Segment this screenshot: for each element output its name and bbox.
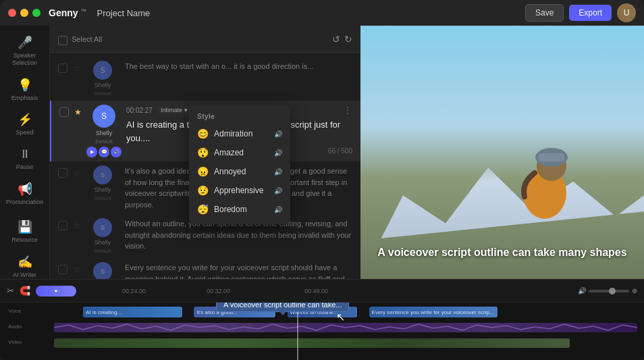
- video-placeholder: A voiceover script outline can take many…: [360, 26, 644, 279]
- timeline-toolbar: ✂ 🧲 ● 00:24.00 00:32.00 00:48.00 🔊 ⊕: [0, 280, 644, 303]
- speaker-name: Shelly: [95, 82, 111, 88]
- audio-waveform: [54, 323, 637, 332]
- sidebar-item-aiwriter[interactable]: ✍️ AI Writer: [5, 251, 45, 279]
- sidebar-item-resource[interactable]: 💾 Resource: [5, 215, 45, 248]
- dropdown-item-amazed[interactable]: 😲 Amazed 🔊: [189, 143, 290, 162]
- timeline-active-clip: ●: [36, 286, 76, 297]
- clip-text-1: AI is creating...: [83, 309, 124, 315]
- voice-track-label: Voice: [8, 308, 22, 314]
- audio-track-label: Audio: [8, 324, 22, 330]
- clip-text-4: Every sentence you write for your voiceo…: [369, 309, 497, 315]
- main-area: 🎤 Speaker Selection 💡 Emphasis ⚡ Speed ⏸…: [0, 26, 644, 279]
- titlebar: Genny ™ Project Name Save Export U: [0, 0, 644, 26]
- amazed-label: Amazed: [214, 148, 269, 157]
- sidebar-item-speed[interactable]: ⚡ Speed: [5, 108, 45, 140]
- minimize-button[interactable]: [20, 9, 28, 17]
- speaker-icon-3: 🔊: [111, 147, 122, 157]
- speaker-icon-2: 💬: [99, 147, 109, 157]
- dropdown-item-annoyed[interactable]: 😠 Annoyed 🔊: [189, 162, 290, 181]
- script-row[interactable]: ☆ S Shelly Default The best way to start…: [50, 57, 360, 101]
- undo-redo: ↺ ↻: [332, 34, 352, 45]
- speaker-style-3: Default: [94, 195, 111, 201]
- sidebar-item-speaker[interactable]: 🎤 Speaker Selection: [5, 31, 45, 71]
- ruler-mark-2: 00:32.00: [207, 288, 230, 294]
- speaker-avatar-5: S: [93, 262, 112, 279]
- sidebar-item-pause[interactable]: ⏸ Pause: [5, 143, 45, 175]
- app-badge: ™: [81, 8, 86, 14]
- sidebar-label-emphasis: Emphasis: [11, 95, 38, 102]
- annoyed-emoji: 😠: [197, 166, 209, 177]
- row-text: The best way to start with an o... it is…: [125, 61, 352, 72]
- style-badge-label: Intimate: [161, 107, 182, 113]
- caption-text: A voiceover script outline can take many…: [377, 247, 626, 258]
- audio-track: Audio: [54, 321, 637, 334]
- script-row-5[interactable]: ☆ S Shelly Default Every sentence you wr…: [50, 258, 360, 279]
- magnet-icon[interactable]: 🧲: [20, 286, 30, 296]
- traffic-lights: [8, 9, 41, 17]
- row-speaker: S Shelly Default: [86, 61, 119, 97]
- speaker-avatar-active: S: [92, 105, 115, 128]
- sidebar-label-resource: Resource: [11, 236, 38, 244]
- zoom-out-button[interactable]: 🔊: [578, 287, 586, 294]
- speaker-avatar-3: S: [93, 165, 112, 184]
- fullscreen-button[interactable]: [32, 9, 41, 17]
- export-button[interactable]: Export: [569, 5, 612, 21]
- dropdown-item-apprehensive[interactable]: 😟 Apprehensive 🔊: [189, 181, 290, 200]
- sidebar-label-speed: Speed: [16, 129, 33, 136]
- zoom-in-button[interactable]: ⊕: [632, 287, 637, 294]
- dropdown-item-boredom[interactable]: 😴 Boredom 🔊: [189, 200, 290, 219]
- admiration-volume[interactable]: 🔊: [274, 130, 282, 138]
- sidebar-item-emphasis[interactable]: 💡 Emphasis: [5, 74, 45, 106]
- select-all-container[interactable]: Select All: [58, 33, 102, 45]
- row-text-5: Every sentence you write for your voiceo…: [125, 262, 352, 279]
- app-window: Genny ™ Project Name Save Export U 🎤 Spe…: [0, 0, 644, 360]
- redo-button[interactable]: ↻: [344, 34, 352, 45]
- row-checkbox-active[interactable]: [59, 107, 69, 117]
- sidebar: 🎤 Speaker Selection 💡 Emphasis ⚡ Speed ⏸…: [0, 26, 50, 279]
- ruler-mark-1: 00:24.00: [122, 288, 146, 294]
- annoyed-volume[interactable]: 🔊: [274, 168, 282, 176]
- row-checkbox-5[interactable]: [58, 265, 68, 274]
- row-speaker-3: S Shelly Default: [86, 165, 119, 201]
- svg-rect-3: [539, 153, 564, 161]
- boredom-emoji: 😴: [197, 204, 209, 215]
- video-area: A voiceover script outline can take many…: [360, 26, 644, 279]
- select-all-checkbox[interactable]: [58, 36, 68, 45]
- timeline-clip-4[interactable]: Every sentence you write for your voiceo…: [369, 307, 498, 317]
- row-star-icon: ★: [74, 107, 82, 117]
- dropdown-item-admiration[interactable]: 😊 Admiration 🔊: [189, 124, 290, 143]
- apprehensive-volume[interactable]: 🔊: [274, 187, 282, 195]
- row-checkbox[interactable]: [58, 63, 68, 73]
- video-caption: A voiceover script outline can take many…: [360, 247, 644, 259]
- timeline-clip-label: ●: [55, 288, 58, 294]
- speed-icon: ⚡: [18, 112, 32, 127]
- ruler-mark-3: 00:48.00: [304, 288, 328, 294]
- amazed-emoji: 😲: [197, 147, 209, 158]
- row-checkbox-4[interactable]: [58, 221, 68, 230]
- boredom-volume[interactable]: 🔊: [274, 206, 282, 213]
- close-button[interactable]: [8, 9, 16, 17]
- annoyed-label: Annoyed: [214, 167, 269, 176]
- timeline-tracks: Voice AI is creating... It's also a good…: [0, 303, 644, 360]
- dropdown-title: Style: [189, 110, 290, 124]
- sidebar-item-pronunciation[interactable]: 📢 Pronunciation: [5, 178, 45, 210]
- app-logo: Genny ™: [49, 7, 86, 18]
- pause-icon: ⏸: [19, 147, 31, 161]
- undo-button[interactable]: ↺: [332, 34, 340, 45]
- row-more-button[interactable]: ⋮: [343, 105, 352, 115]
- speaker-avatar-4: S: [93, 218, 112, 237]
- zoom-slider[interactable]: [589, 290, 629, 292]
- style-badge[interactable]: Intimate ▾: [157, 106, 192, 114]
- cut-icon[interactable]: ✂: [7, 286, 14, 296]
- aiwriter-icon: ✍️: [18, 255, 32, 269]
- speaker-icon-1: ▶: [86, 147, 97, 157]
- user-avatar[interactable]: U: [617, 3, 636, 22]
- resource-icon: 💾: [18, 220, 32, 234]
- timeline-clip-1[interactable]: AI is creating...: [83, 307, 182, 317]
- project-name[interactable]: Project Name: [97, 8, 525, 18]
- amazed-volume[interactable]: 🔊: [274, 149, 282, 157]
- save-button[interactable]: Save: [525, 4, 564, 22]
- row-checkbox-3[interactable]: [58, 168, 68, 178]
- apprehensive-emoji: 😟: [197, 185, 209, 196]
- style-dropdown: Style 😊 Admiration 🔊 😲 Amazed 🔊 😠 Annoye…: [189, 105, 290, 224]
